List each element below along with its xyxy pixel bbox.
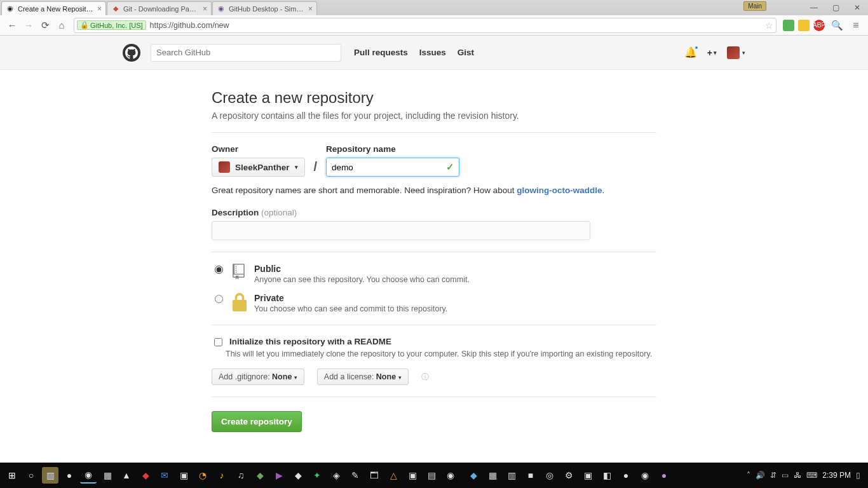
close-icon[interactable]: × [203, 4, 207, 13]
notifications-button[interactable]: 🔔 [684, 46, 697, 58]
chevron-down-icon: ▾ [294, 374, 297, 381]
name-hint: Great repository names are short and mem… [212, 186, 656, 195]
bookmark-star-icon[interactable]: ☆ [765, 20, 773, 30]
owner-label: Owner [212, 144, 305, 154]
checkmark-icon: ✓ [446, 161, 454, 173]
tab-strip: ◉ Create a New Repository × ◆ Git - Down… [0, 0, 868, 15]
lock-icon [233, 293, 247, 311]
visibility-private-radio[interactable] [215, 295, 223, 303]
primary-nav: Pull requests Issues Gist [341, 48, 474, 57]
description-input[interactable] [212, 221, 590, 240]
tab-title: Create a New Repository [18, 5, 93, 13]
chevron-down-icon: ▾ [295, 164, 298, 170]
divider [212, 132, 656, 133]
gitignore-select[interactable]: Add .gitignore: None ▾ [212, 369, 304, 385]
chevron-down-icon: ▾ [398, 374, 402, 381]
divider [212, 396, 656, 397]
page-title: Create a new repository [212, 89, 656, 107]
browser-tab[interactable]: ◉ Create a New Repository × [1, 1, 106, 15]
browser-chrome: ◉ Create a New Repository × ◆ Git - Down… [0, 0, 868, 36]
divider [212, 252, 656, 252]
public-subtitle: Anyone can see this repository. You choo… [254, 275, 470, 284]
extension-icon[interactable] [783, 20, 794, 31]
https-company: GitHub, Inc. [US] [90, 22, 143, 29]
window-minimize[interactable]: — [803, 0, 825, 15]
nav-gist[interactable]: Gist [458, 48, 474, 57]
owner-name: SleekPanther [235, 163, 290, 172]
browser-tab[interactable]: ◉ GitHub Desktop - Simple × [212, 1, 317, 15]
nav-issues[interactable]: Issues [419, 48, 446, 57]
browser-toolbar: ← → ⟳ ⌂ 🔒 GitHub, Inc. [US] https://gith… [0, 15, 868, 36]
slash-separator: / [313, 159, 319, 177]
initialize-readme-checkbox[interactable] [214, 338, 222, 346]
close-icon[interactable]: × [97, 4, 102, 13]
public-title: Public [254, 264, 470, 274]
reload-button[interactable]: ⟳ [37, 17, 53, 34]
main-content: Create a new repository A repository con… [212, 89, 656, 451]
create-repository-button[interactable]: Create repository [212, 411, 302, 432]
git-favicon: ◆ [111, 4, 120, 13]
tab-title: Git - Downloading Packa... [123, 5, 199, 13]
window-badge: Main [743, 1, 766, 11]
github-desktop-favicon: ◉ [217, 4, 226, 13]
private-title: Private [254, 293, 447, 303]
window-close[interactable]: ✕ [846, 0, 868, 15]
chevron-down-icon: ▾ [714, 50, 717, 56]
page-viewport: Pull requests Issues Gist 🔔 +▾ ▾ Create … [0, 36, 868, 463]
repo-name-label: Repository name [326, 144, 459, 154]
owner-select[interactable]: SleekPanther ▾ [212, 158, 305, 177]
url-text: https://github.com/new [150, 21, 229, 30]
search-input[interactable] [151, 44, 341, 62]
chevron-down-icon: ▾ [742, 50, 745, 56]
private-subtitle: You choose who can see and commit to thi… [254, 304, 447, 313]
github-header: Pull requests Issues Gist 🔔 +▾ ▾ [0, 36, 868, 70]
extension-icon[interactable] [798, 20, 810, 31]
https-chip[interactable]: 🔒 GitHub, Inc. [US] [77, 20, 146, 30]
description-label: Description (optional) [212, 208, 656, 217]
extension-icons: ABP 🔍 [780, 17, 848, 34]
github-favicon: ◉ [6, 4, 15, 13]
window-controls: — ▢ ✕ [803, 0, 868, 15]
github-logo[interactable] [123, 44, 140, 62]
license-select[interactable]: Add a license: None ▾ [317, 369, 409, 385]
user-menu[interactable]: ▾ [727, 46, 745, 59]
lock-icon: 🔒 [80, 21, 89, 29]
address-bar[interactable]: 🔒 GitHub, Inc. [US] https://github.com/n… [74, 18, 776, 33]
info-icon[interactable]: ⓘ [421, 372, 429, 383]
close-icon[interactable]: × [308, 4, 313, 13]
repo-name-input[interactable] [326, 158, 459, 177]
repo-icon [233, 264, 247, 280]
initialize-readme-label: Initialize this repository with a README [229, 337, 391, 346]
chrome-menu-button[interactable]: ≡ [848, 20, 864, 31]
create-new-menu[interactable]: +▾ [707, 48, 717, 58]
avatar [727, 46, 740, 59]
home-button[interactable]: ⌂ [53, 17, 70, 34]
visibility-public-radio[interactable] [215, 266, 223, 274]
forward-button[interactable]: → [20, 17, 37, 34]
adblock-icon[interactable]: ABP [813, 20, 825, 31]
browser-tab[interactable]: ◆ Git - Downloading Packa... × [107, 1, 212, 15]
tab-title: GitHub Desktop - Simple [229, 5, 304, 13]
page-subtitle: A repository contains all the files for … [212, 111, 656, 121]
search-icon[interactable]: 🔍 [829, 17, 845, 34]
notification-dot-icon [694, 45, 699, 50]
back-button[interactable]: ← [4, 17, 20, 34]
initialize-readme-subtext: This will let you immediately clone the … [226, 349, 656, 358]
suggested-name-link[interactable]: glowing-octo-waddle [517, 186, 602, 195]
window-maximize[interactable]: ▢ [825, 0, 846, 15]
divider [212, 325, 656, 325]
nav-pull-requests[interactable]: Pull requests [354, 48, 408, 57]
avatar [219, 161, 230, 173]
